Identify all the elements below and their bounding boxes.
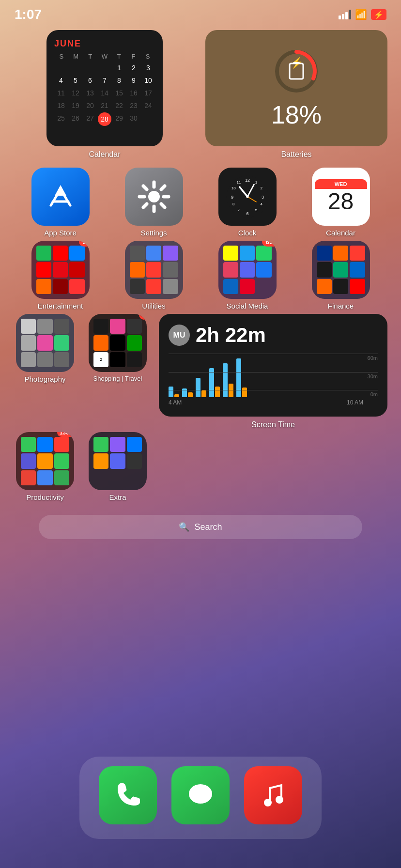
dock-app-phone[interactable] [99, 766, 157, 824]
chart-label-4am: 4 AM [169, 399, 182, 406]
shopping-label: Shopping | Travel [93, 375, 142, 382]
svg-text:1: 1 [255, 180, 257, 185]
app-item-social[interactable]: 653 Social Media [216, 241, 279, 310]
svg-text:9: 9 [231, 195, 233, 200]
app-item-calendar[interactable]: WED 28 Calendar [309, 168, 372, 237]
svg-point-4 [148, 191, 160, 202]
home-screen: JUNE S M T W T F S [0, 25, 401, 505]
svg-text:4: 4 [260, 202, 262, 206]
battery-icon: ⚡ [371, 9, 386, 20]
photography-label: Photography [24, 375, 65, 383]
finance-icon [312, 241, 370, 299]
appstore-icon [31, 168, 90, 226]
calendar-grid: S M T W T F S 1 2 [54, 53, 155, 126]
app-item-finance[interactable]: Finance [309, 241, 372, 310]
social-icon: 653 [218, 241, 277, 299]
screen-time-avatar: MU [169, 325, 190, 346]
screen-time-label: Screen Time [159, 420, 387, 429]
battery-percent: 18% [271, 100, 322, 129]
app-item-entertainment[interactable]: 95 Entertainment [29, 241, 92, 310]
settings-icon [125, 168, 183, 226]
app-row-2: App Store [14, 168, 387, 237]
svg-text:7: 7 [237, 208, 240, 212]
entertainment-label: Entertainment [38, 302, 83, 310]
calendar-month: JUNE [54, 39, 155, 49]
app-item-utilities[interactable]: Utilities [123, 241, 185, 310]
app-item-productivity[interactable]: 13649 Productivity [14, 432, 77, 501]
batteries-widget[interactable]: ⚡ 18% Batteries [205, 30, 387, 159]
screen-time-widget[interactable]: MU 2h 22m 60m 30m 0m [159, 314, 387, 429]
calendar-app-icon: WED 28 [312, 168, 370, 226]
screen-time-chart: 60m 30m 0m 4 AM 10 AM [169, 354, 378, 407]
utilities-icon [125, 241, 183, 299]
productivity-icon: 13649 [16, 432, 74, 490]
svg-line-9 [143, 186, 147, 189]
search-label: Search [194, 522, 222, 532]
svg-point-29 [246, 195, 248, 198]
app-row-5: 13649 Productivity [14, 432, 387, 501]
calendar-days: 1 2 3 4 5 6 7 8 9 10 11 12 13 14 [54, 62, 155, 126]
svg-text:11: 11 [236, 180, 241, 185]
wifi-icon: 📶 [355, 9, 367, 20]
utilities-label: Utilities [142, 302, 165, 310]
dock-app-music[interactable] [244, 766, 302, 824]
svg-line-11 [161, 186, 165, 189]
svg-text:8: 8 [232, 202, 234, 206]
extra-label: Extra [109, 493, 126, 501]
search-icon: 🔍 [179, 522, 189, 532]
calendar-widget[interactable]: JUNE S M T W T F S [14, 30, 196, 159]
social-badge: 653 [262, 241, 276, 247]
clock-label: Clock [238, 229, 257, 237]
entertainment-icon: 95 [31, 241, 90, 299]
signal-icon [339, 10, 351, 19]
calendar-app-label: Calendar [326, 229, 355, 237]
widget-row: JUNE S M T W T F S [14, 30, 387, 159]
status-bar: 1:07 📶 ⚡ [0, 0, 401, 25]
search-bar[interactable]: 🔍 Search [39, 515, 362, 539]
productivity-badge: 13649 [57, 432, 74, 437]
svg-line-12 [143, 204, 147, 207]
app-item-extra[interactable]: Extra [86, 432, 149, 501]
svg-text:10: 10 [231, 186, 235, 190]
chart-label-10am: 10 AM [347, 399, 363, 406]
appstore-label: App Store [44, 229, 77, 237]
app-item-appstore[interactable]: App Store [29, 168, 92, 237]
calendar-widget-label: Calendar [89, 150, 121, 159]
app-item-photography[interactable]: Photography [14, 314, 77, 383]
app-row-3: 95 Entertainment [14, 241, 387, 310]
svg-text:12: 12 [245, 178, 249, 183]
finance-label: Finance [328, 302, 354, 310]
calendar-header: S M T W T F S [54, 53, 155, 60]
dock-app-messages[interactable] [171, 766, 230, 824]
clock-icon: 12 3 6 9 1 2 4 5 7 8 10 11 [218, 168, 277, 226]
app-item-shopping[interactable]: 2 Z Shopping | Travel [86, 314, 149, 382]
shopping-icon: 2 Z [89, 314, 147, 372]
svg-point-30 [189, 784, 212, 804]
app-row-4: Photography 2 Z Shopping | Travel [14, 314, 387, 429]
svg-text:5: 5 [255, 208, 257, 212]
batteries-widget-label: Batteries [281, 150, 311, 159]
svg-text:6: 6 [246, 211, 248, 216]
svg-point-32 [264, 799, 272, 806]
screen-time-header: MU 2h 22m [169, 324, 378, 347]
app-item-clock[interactable]: 12 3 6 9 1 2 4 5 7 8 10 11 [216, 168, 279, 237]
dock-container [0, 757, 401, 853]
svg-line-10 [161, 204, 165, 207]
photography-icon [16, 314, 74, 372]
dock [79, 757, 322, 839]
status-icons: 📶 ⚡ [339, 9, 386, 20]
extra-icon [89, 432, 147, 490]
svg-point-33 [276, 796, 283, 804]
settings-label: Settings [140, 229, 167, 237]
svg-text:2: 2 [260, 186, 262, 190]
svg-text:3: 3 [261, 195, 263, 200]
productivity-label: Productivity [26, 493, 64, 501]
svg-rect-3 [293, 62, 300, 64]
social-label: Social Media [227, 302, 268, 310]
battery-ring: ⚡ [272, 47, 321, 95]
time-display: 1:07 [15, 7, 42, 22]
app-item-settings[interactable]: Settings [123, 168, 185, 237]
screen-time-duration: 2h 22m [196, 324, 266, 347]
